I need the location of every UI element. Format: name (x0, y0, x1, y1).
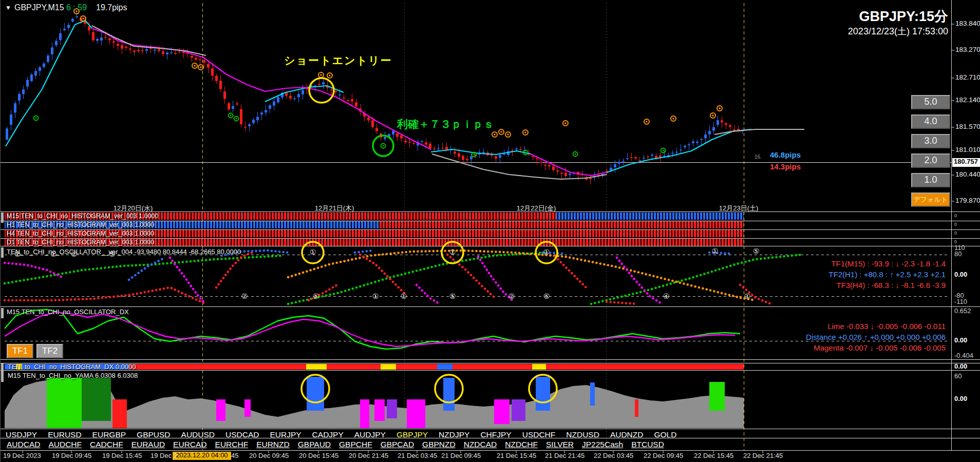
symbol-tab-nzdjpy[interactable]: NZDJPY (439, 430, 469, 439)
symbol-tab-gbpnzd[interactable]: GBPNZD (422, 440, 456, 449)
oscillator-number-marker: ④ (663, 293, 670, 300)
oscillator-panel-label: TEN_to_CHI_no_OSCILLATOR__ver_004 -93.94… (7, 248, 241, 256)
symbol-tab-audusd[interactable]: AUDUSD (181, 430, 215, 439)
symbol-tab-gbpjpy[interactable]: GBPJPY (397, 430, 428, 439)
level-button-1.0[interactable]: 1.0 (911, 173, 950, 187)
symbol-tab-audcad[interactable]: AUDCAD (7, 440, 40, 449)
histogram-dx-panel-label: TEN_to_CHI_no_HISTOGRAM_DX 0.0000 (8, 363, 136, 371)
symbol-tab-nzdchf[interactable]: NZDCHF (505, 440, 538, 449)
symbol-tab-gbpcad[interactable]: GBPCAD (381, 440, 414, 449)
symbol-tabs-row2: AUDCADAUDCHFCADCHFEURAUDEURCADEURCHFEURN… (7, 440, 664, 449)
level-button-2.0[interactable]: 2.0 (911, 153, 950, 168)
histogram-row-label: M15 TEN_to_CHI_no_HISTOGRAM_ver_003 1.00… (7, 213, 159, 220)
oscillator-number-marker: ② (71, 251, 78, 258)
price-axis-tick: 179.870 (955, 197, 980, 205)
current-price-tag: 180.757 (952, 158, 980, 167)
oscillator-axis-label: 80 (954, 251, 962, 258)
chart-date-label: 12月21日(木) (315, 205, 354, 212)
histogram-row-label: H1 TEN_to_CHI_no_HISTOGRAM_ver_003 1.000… (7, 222, 154, 229)
histogram-row-axis: 0 (954, 231, 957, 236)
time-axis-highlight: 2023.12.20 04:00 (173, 452, 231, 460)
take-profit-annotation: 利確＋７３ｐｉｐｓ (397, 118, 494, 130)
level-button-3.0[interactable]: 3.0 (911, 134, 950, 148)
symbol-tab-eurchf[interactable]: EURCHF (215, 440, 249, 449)
oscillator-number-marker: ① (372, 293, 379, 300)
time-axis-label: 22 Dec 21:45 (743, 452, 783, 459)
oscillator-number-marker: ⑤ (449, 293, 456, 300)
symbol-tab-audnzd[interactable]: AUDNZD (610, 430, 644, 439)
time-axis-label: 21 Dec 03:45 (398, 452, 437, 459)
oscillator-tf-row: TF2(H1) : +80.8 : ↑ +2.5 +2.3 +2.1 (791, 271, 946, 279)
dx-value-row: Lime -0.033 ↓ -0.005 -0.006 -0.011 (791, 322, 946, 331)
symbol-dropdown-arrow-icon[interactable]: ▼ (5, 5, 11, 11)
pips-distance-down-label: 14.3pips (770, 163, 801, 171)
dx-axis-label: -0.404 (954, 352, 973, 359)
symbol-tab-usdcad[interactable]: USDCAD (225, 430, 259, 439)
time-axis-label: 20 Dec 09:45 (249, 452, 289, 459)
time-axis-label: 19 Dec 2 (150, 452, 177, 459)
symbol-tab-euraud[interactable]: EURAUD (131, 440, 165, 449)
symbol-tab-silver[interactable]: SILVER (546, 440, 574, 449)
short-entry-annotation: ショートエントリー (284, 54, 392, 66)
chart-date-label: 12月23日(土) (719, 205, 759, 212)
time-axis-label: 22 Dec 03:45 (594, 452, 633, 459)
symbol-tab-usdchf[interactable]: USDCHF (522, 430, 556, 439)
time-axis-label: 19 Dec 15:45 (102, 452, 142, 459)
histogram-row-axis: 0 (954, 214, 957, 219)
symbol-tab-eurusd[interactable]: EURUSD (48, 430, 81, 439)
level-button-5.0[interactable]: 5.0 (911, 95, 950, 109)
time-axis-label: 45 (231, 452, 238, 459)
time-axis-label: 22 Dec 09:45 (644, 452, 683, 459)
symbol-tab-jp225cash[interactable]: JP225Cash (582, 440, 623, 449)
histogram-row-label: H4 TEN_to_CHI_no_HISTOGRAM_ver_003 1.000… (7, 230, 154, 238)
oscillator-dx-panel-label: M15 TEN_to_CHI_no_OSCILLATOR_DX (7, 309, 129, 316)
symbol-tab-nzdcad[interactable]: NZDCAD (464, 440, 497, 449)
time-axis-label: 21 Dec 15:45 (497, 452, 536, 459)
oscillator-number-marker: ⑤ (109, 251, 116, 258)
tf2-button[interactable]: TF2 (36, 344, 63, 358)
symbol-tab-chfjpy[interactable]: CHFJPY (480, 430, 511, 439)
oscillator-number-marker: ② (241, 293, 248, 300)
oscillator-number-marker: ⑤ (313, 293, 319, 300)
symbol-tab-audjpy[interactable]: AUDJPY (354, 430, 386, 439)
oscillator-number-marker: ① (543, 248, 550, 256)
chart-date-label: 12月20日(水) (114, 205, 153, 212)
symbol-tab-cadjpy[interactable]: CADJPY (312, 430, 344, 439)
symbol-tab-btcusd[interactable]: BTCUSD (631, 440, 664, 449)
symbol-tab-usdjpy[interactable]: USDJPY (6, 430, 37, 439)
pips-distance-up-label: 46.8pips (770, 151, 801, 160)
oscillator-number-marker: ① (712, 247, 719, 255)
default-level-button[interactable]: デフォルト (911, 192, 950, 207)
symbol-tab-gbpaud[interactable]: GBPAUD (298, 440, 331, 449)
level-button-4.0[interactable]: 4.0 (911, 114, 950, 129)
symbol-period-label: GBPJPY,M15 (14, 3, 64, 12)
time-axis-label: 19 Dec 09:45 (52, 452, 91, 459)
symbol-tab-eurnzd[interactable]: EURNZD (256, 440, 290, 449)
symbol-tab-gold[interactable]: GOLD (654, 430, 676, 439)
oscillator-number-marker: ① (310, 248, 316, 256)
dx-value-row: Distance +0.026 ↑ +0.000 +0.000 +0.006 (791, 333, 946, 342)
symbol-tab-audchf[interactable]: AUDCHF (48, 440, 82, 449)
yama-panel-label: M15 TEN_to_CHI_no_YAMA 6.0308 6.0308 (8, 372, 138, 379)
symbol-tab-gbpchf[interactable]: GBPCHF (339, 440, 372, 449)
symbol-tab-eurcad[interactable]: EURCAD (173, 440, 206, 449)
symbol-tab-eurjpy[interactable]: EURJPY (270, 430, 301, 439)
oscillator-number-marker: ② (508, 293, 515, 300)
tf1-button[interactable]: TF1 (7, 344, 33, 358)
price-axis-tick: 180.440 (955, 171, 980, 179)
histdx-axis-zero: 0.00 (954, 363, 967, 370)
oscillator-tf-row: TF3(H4) : -68.3 : ↓ -8.1 -6.6 -3.9 (791, 281, 946, 290)
symbol-tab-nzdusd[interactable]: NZDUSD (566, 430, 599, 439)
price-axis-tick: 182.140 (955, 97, 980, 104)
price-axis-tick: 183.270 (955, 46, 980, 54)
dx-value-row: Magenta -0.007 ↓ -0.005 -0.006 -0.005 (791, 344, 946, 353)
trading-terminal-window: ▼ GBPJPY,M15 6 : 59 19.7pips GBPJPY:15分 … (0, 0, 980, 462)
oscillator-number-marker: ① (401, 293, 407, 300)
symbol-tab-gbpusd[interactable]: GBPUSD (137, 430, 170, 439)
symbol-tab-eurgbp[interactable]: EURGBP (92, 430, 126, 439)
price-axis-tick: 182.710 (955, 74, 980, 82)
chart-date-label: 12月22日(金) (517, 205, 556, 212)
chart-datetime: 2023/12/23(土) 17:53:00 (848, 27, 948, 37)
oscillator-number-marker: ① (744, 293, 751, 300)
symbol-tab-cadchf[interactable]: CADCHF (90, 440, 123, 449)
